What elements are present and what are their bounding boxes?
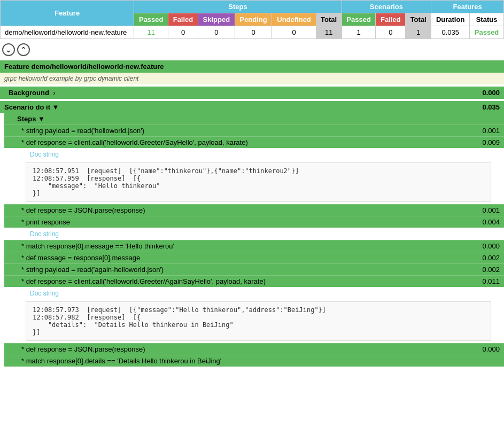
scenario-title: Scenario do it ▼ xyxy=(4,103,59,111)
th-scenarios-total: Total xyxy=(406,13,431,26)
background-chevron: › xyxy=(53,90,55,96)
th-duration: Duration xyxy=(431,13,470,26)
row-steps-undefined: 0 xyxy=(272,26,316,39)
step-duration: 0.001 xyxy=(482,127,500,135)
th-steps-total: Total xyxy=(316,13,342,26)
step-duration: 0.001 xyxy=(482,206,500,214)
row-status: Passed xyxy=(470,26,504,39)
background-bar[interactable]: Background › 0.000 xyxy=(0,87,504,99)
feature-section: Feature demo/helloworld/helloworld-new.f… xyxy=(0,60,504,367)
row-steps-passed: 11 xyxy=(134,26,168,39)
steps-group-header: Steps xyxy=(134,1,342,13)
background-duration: 0.000 xyxy=(482,89,500,97)
step-duration: 0.002 xyxy=(482,254,500,262)
th-steps-passed: Passed xyxy=(134,13,168,26)
docstring-content-3: 12:08:57.973 [request] [{"message":"Hell… xyxy=(26,301,491,341)
step-row: * def response = JSON.parse(response) 0.… xyxy=(4,343,504,355)
feature-description: grpc helloworld example by grpc dynamic … xyxy=(0,73,504,84)
step-text: * def response = client.call('helloworld… xyxy=(21,277,266,285)
row-scenarios-passed: 1 xyxy=(342,26,376,39)
steps-chevron: ▼ xyxy=(38,115,45,123)
row-steps-failed: 0 xyxy=(168,26,198,39)
docstring-toggle-3[interactable]: Doc string xyxy=(30,290,59,297)
scenario-keyword: Scenario xyxy=(4,103,34,111)
step-row: * def response = client.call('helloworld… xyxy=(4,136,504,148)
scenario-bar[interactable]: Scenario do it ▼ 0.035 xyxy=(0,101,504,113)
step-row: * match response[0].message == 'Hello th… xyxy=(4,240,504,252)
row-scenarios-total: 1 xyxy=(406,26,431,39)
step-text: * def response = client.call('helloworld… xyxy=(21,138,248,146)
step-duration: 0.000 xyxy=(482,242,500,250)
th-steps-failed: Failed xyxy=(168,13,198,26)
row-feature: demo/helloworld/helloworld-new.feature xyxy=(1,26,134,39)
scenarios-group-header: Scenarios xyxy=(342,1,431,13)
scenario-chevron: ▼ xyxy=(52,103,59,111)
controls-bar: ⌄ ⌃ xyxy=(0,39,504,60)
features-group-header: Features xyxy=(431,1,504,13)
th-steps-undefined: Undefined xyxy=(272,13,316,26)
step-text: * print response xyxy=(21,218,70,226)
table-row: demo/helloworld/helloworld-new.feature 1… xyxy=(1,26,504,39)
step-duration: 0.000 xyxy=(482,345,500,353)
docstring-toggle-1[interactable]: Doc string xyxy=(30,151,59,158)
expand-all-button[interactable]: ⌄ xyxy=(2,43,15,56)
row-steps-total: 11 xyxy=(316,26,342,39)
step-text: * string payload = read('again-helloworl… xyxy=(21,266,164,274)
step-row: * print response 0.004 xyxy=(4,216,504,228)
docstring-link-2: Doc string xyxy=(4,228,504,240)
scenario-duration: 0.035 xyxy=(482,103,500,111)
row-duration: 0.035 xyxy=(431,26,470,39)
step-text: * def response = JSON.parse(response) xyxy=(21,345,145,353)
th-status: Status xyxy=(470,13,504,26)
steps-bar[interactable]: Steps ▼ xyxy=(4,113,504,124)
step-row: * def message = response[0].message 0.00… xyxy=(4,252,504,263)
feature-path-text: demo/helloworld/helloworld-new.feature xyxy=(32,63,164,71)
th-steps-skipped: Skipped xyxy=(198,13,235,26)
step-duration: 0.011 xyxy=(482,277,500,285)
step-row: * string payload = read('helloworld.json… xyxy=(4,124,504,136)
docstring-toggle-2[interactable]: Doc string xyxy=(30,230,59,238)
th-steps-pending: Pending xyxy=(235,13,272,26)
step-row: * match response[0].details == 'Details … xyxy=(4,355,504,367)
feature-col-header: Feature xyxy=(1,1,134,26)
background-label: Background › xyxy=(9,89,55,97)
step-text: * match response[0].details == 'Details … xyxy=(21,357,221,365)
row-steps-skipped: 0 xyxy=(198,26,235,39)
step-text: * def response = JSON.parse(response) xyxy=(21,206,145,214)
step-row: * string payload = read('again-helloworl… xyxy=(4,263,504,275)
row-scenarios-failed: 0 xyxy=(376,26,406,39)
step-duration: 0.004 xyxy=(482,218,500,226)
step-row: * def response = JSON.parse(response) 0.… xyxy=(4,204,504,216)
docstring-content-1: 12:08:57.951 [request] [{"name":"thinker… xyxy=(26,162,491,202)
docstring-link-1: Doc string xyxy=(4,148,504,160)
steps-section: Steps ▼ * string payload = read('hellowo… xyxy=(0,113,504,367)
summary-table: Feature Steps Scenarios Features Passed … xyxy=(0,0,504,39)
feature-keyword: Feature xyxy=(4,63,29,71)
docstring-link-3: Doc string xyxy=(4,287,504,299)
step-duration: 0.009 xyxy=(482,138,500,146)
collapse-all-button[interactable]: ⌃ xyxy=(17,43,30,56)
step-row: * def response = client.call('helloworld… xyxy=(4,275,504,287)
row-steps-pending: 0 xyxy=(235,26,272,39)
th-scenarios-passed: Passed xyxy=(342,13,376,26)
steps-label: Steps ▼ xyxy=(17,115,45,123)
feature-bar: Feature demo/helloworld/helloworld-new.f… xyxy=(0,60,504,73)
th-scenarios-failed: Failed xyxy=(376,13,406,26)
step-text: * def message = response[0].message xyxy=(21,254,140,262)
step-text: * match response[0].message == 'Hello th… xyxy=(21,242,174,250)
step-duration: 0.002 xyxy=(482,266,500,274)
step-text: * string payload = read('helloworld.json… xyxy=(21,127,144,135)
